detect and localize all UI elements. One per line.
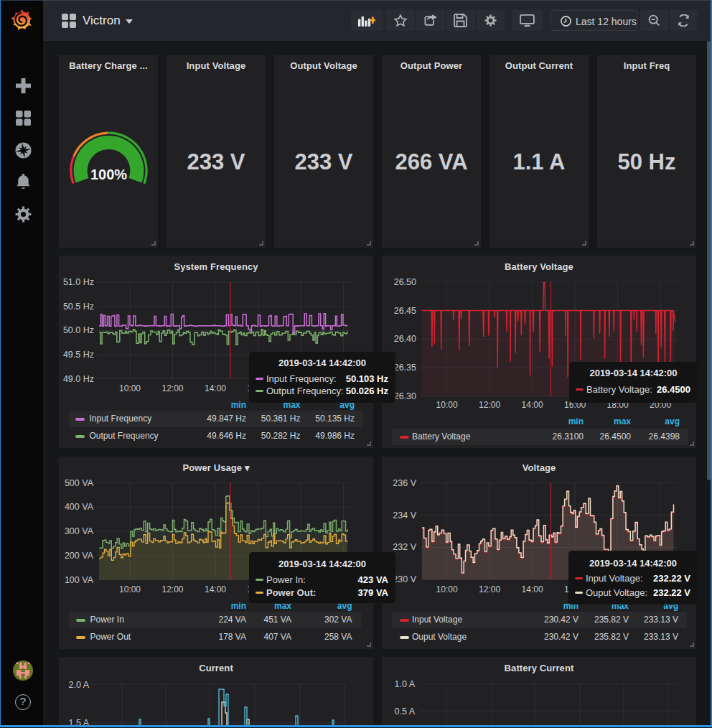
svg-text:100%: 100% [90,167,127,182]
